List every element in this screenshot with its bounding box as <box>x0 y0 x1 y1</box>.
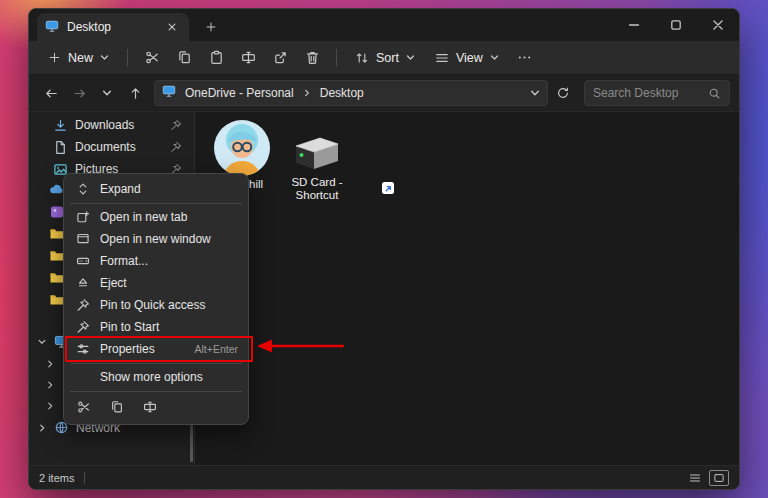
ellipsis-icon <box>517 50 532 65</box>
file-item-churchill[interactable] <box>214 120 270 176</box>
chevron-down-icon <box>530 88 540 98</box>
chevron-down-icon <box>102 88 112 98</box>
delete-button[interactable] <box>297 45 327 71</box>
chevron-down-icon <box>37 337 47 347</box>
separator <box>336 49 337 67</box>
plus-icon <box>48 51 61 64</box>
sort-button[interactable]: Sort <box>346 45 424 71</box>
close-button[interactable] <box>697 9 739 41</box>
menu-item-open-in-new-window[interactable]: Open in new window <box>68 228 244 250</box>
view-toggle-group <box>685 470 729 486</box>
view-button-label: View <box>456 51 483 65</box>
address-row: OneDrive - Personal Desktop <box>29 75 739 111</box>
breadcrumb-onedrive[interactable]: OneDrive - Personal <box>181 85 298 101</box>
cut-icon <box>145 50 160 65</box>
menu-quick-actions <box>68 394 244 420</box>
pin-icon <box>170 141 182 153</box>
menu-rename-button[interactable] <box>137 395 163 419</box>
share-button[interactable] <box>265 45 295 71</box>
forward-button[interactable] <box>66 80 92 106</box>
address-dropdown-button[interactable] <box>530 88 540 98</box>
tab-close-icon[interactable] <box>163 18 181 36</box>
new-tab-button[interactable] <box>197 13 225 41</box>
menu-item-expand[interactable]: Expand <box>68 178 244 200</box>
search-icon[interactable] <box>708 87 721 100</box>
view-icon <box>435 51 449 65</box>
sort-button-label: Sort <box>376 51 399 65</box>
chevron-right-icon <box>45 380 55 390</box>
breadcrumb-chevron-icon <box>303 89 311 97</box>
shortcut-arrow-badge <box>382 182 394 194</box>
menu-item-open-in-new-tab[interactable]: Open in new tab <box>68 206 244 228</box>
sidebar-item-documents[interactable]: Documents <box>33 136 190 158</box>
menu-item-pin-to-start[interactable]: Pin to Start <box>68 316 244 338</box>
sidebar-item-drive-collapsed[interactable] <box>45 401 55 411</box>
chevron-right-icon <box>45 359 55 369</box>
large-icons-view-button[interactable] <box>709 470 729 486</box>
sidebar-item-downloads[interactable]: Downloads <box>33 114 190 136</box>
more-options-button[interactable] <box>510 45 540 71</box>
new-button[interactable]: New <box>39 45 118 71</box>
trash-icon <box>305 50 320 65</box>
up-arrow-icon <box>128 86 143 101</box>
document-icon <box>53 140 68 155</box>
minimize-button[interactable] <box>613 9 655 41</box>
sidebar-item-label: Downloads <box>75 118 134 132</box>
menu-cut-button[interactable] <box>71 395 97 419</box>
eject-icon <box>75 276 91 290</box>
copy-icon <box>177 50 192 65</box>
format-icon <box>75 254 91 268</box>
open-new-window-icon <box>75 232 91 246</box>
files-area[interactable]: churchill SD Card - Shortcut <box>194 112 739 465</box>
pin-icon <box>75 320 91 334</box>
cut-button[interactable] <box>137 45 167 71</box>
refresh-icon <box>556 86 570 100</box>
location-desktop-icon <box>162 84 176 102</box>
menu-item-properties[interactable]: Properties Alt+Enter <box>68 338 244 360</box>
titlebar[interactable]: Desktop <box>29 9 739 41</box>
copy-icon <box>110 400 124 414</box>
file-item-sd-card-shortcut[interactable] <box>288 134 346 176</box>
search-box <box>584 80 730 106</box>
separator <box>84 472 85 484</box>
copy-button[interactable] <box>169 45 199 71</box>
properties-icon <box>75 342 91 356</box>
chevron-down-icon <box>406 53 415 62</box>
maximize-button[interactable] <box>655 9 697 41</box>
sidebar-item-drive-collapsed[interactable] <box>45 359 55 369</box>
command-bar: New Sort View <box>29 41 739 75</box>
chevron-down-icon <box>100 53 109 62</box>
rename-button[interactable] <box>233 45 263 71</box>
tab-desktop[interactable]: Desktop <box>37 13 189 41</box>
menu-item-pin-to-quick-access[interactable]: Pin to Quick access <box>68 294 244 316</box>
pin-icon <box>170 119 182 131</box>
menu-copy-button[interactable] <box>104 395 130 419</box>
forward-arrow-icon <box>72 86 87 101</box>
sidebar-item-drive-collapsed[interactable] <box>45 380 55 390</box>
thumbnails-view-icon <box>713 472 725 484</box>
tab-title: Desktop <box>67 20 155 34</box>
menu-item-format[interactable]: Format... <box>68 250 244 272</box>
recent-locations-button[interactable] <box>94 80 120 106</box>
menu-shortcut: Alt+Enter <box>195 343 238 355</box>
separator <box>70 203 242 204</box>
address-bar[interactable]: OneDrive - Personal Desktop <box>154 80 548 106</box>
search-input[interactable] <box>593 86 702 100</box>
back-arrow-icon <box>44 86 59 101</box>
separator <box>70 363 242 364</box>
status-bar: 2 items <box>29 465 739 489</box>
up-button[interactable] <box>122 80 148 106</box>
details-view-button[interactable] <box>685 470 705 486</box>
paste-icon <box>209 50 224 65</box>
back-button[interactable] <box>38 80 64 106</box>
menu-item-eject[interactable]: Eject <box>68 272 244 294</box>
window-controls <box>613 9 739 41</box>
refresh-button[interactable] <box>550 80 576 106</box>
menu-item-show-more-options[interactable]: Show more options <box>68 366 244 388</box>
desktop-wallpaper: Desktop New <box>0 0 768 498</box>
desktop-tab-icon <box>45 19 59 36</box>
view-button[interactable]: View <box>426 45 508 71</box>
cut-icon <box>77 400 91 414</box>
paste-button[interactable] <box>201 45 231 71</box>
breadcrumb-desktop[interactable]: Desktop <box>316 85 368 101</box>
